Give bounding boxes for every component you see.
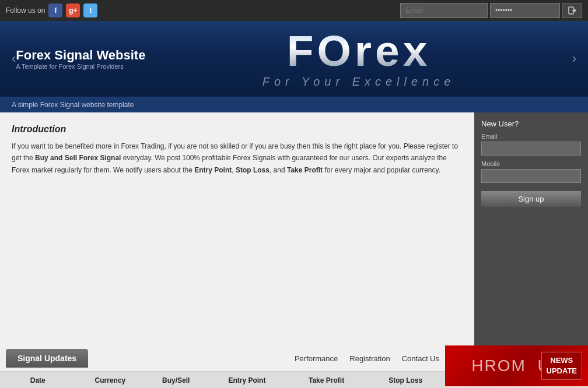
signal-header-bar: Signal Updates Performance Registration …	[0, 345, 445, 372]
follow-us-label: Follow us on	[6, 6, 45, 15]
login-button[interactable]	[562, 3, 582, 18]
table-area: Signal Updates Performance Registration …	[0, 345, 445, 388]
next-slide-button[interactable]: ›	[572, 51, 576, 66]
site-branding: Forex Signal Website A Template for Fore…	[16, 48, 145, 70]
news-banner-label: NEWSUPDATE	[541, 352, 582, 380]
nav-performance[interactable]: Performance	[295, 354, 338, 363]
intro-bold2: Entry Point	[194, 166, 232, 174]
intro-text-end: for every major and popular currency.	[323, 166, 440, 174]
sidebar-mobile-input[interactable]	[481, 169, 581, 183]
banner-subtitle-bar: A simple Forex Signal website template	[0, 97, 588, 112]
site-title: Forex Signal Website	[16, 48, 145, 63]
col-date: Date	[0, 372, 76, 388]
mobile-label: Mobile	[481, 160, 581, 167]
intro-bold3: Stop Loss	[236, 166, 270, 174]
signal-table: Date Currency Buy/Sell Entry Point Take …	[0, 372, 445, 388]
lower-area: Signal Updates Performance Registration …	[0, 345, 588, 388]
col-entry-point: Entry Point	[207, 372, 287, 388]
password-input[interactable]	[490, 3, 560, 18]
forex-logo-text: FOrex	[262, 29, 456, 73]
email-label: Email	[481, 133, 581, 140]
intro-bold4: Take Profit	[287, 166, 323, 174]
signal-updates-tab[interactable]: Signal Updates	[6, 349, 88, 368]
facebook-icon[interactable]: f	[48, 3, 62, 17]
twitter-icon[interactable]: t	[83, 3, 97, 17]
login-area	[400, 3, 582, 18]
banner-subtitle-text: A simple Forex Signal website template	[12, 101, 134, 109]
new-user-title: New User?	[481, 119, 581, 128]
intro-title: Introduction	[12, 124, 463, 135]
col-stop-loss: Stop Loss	[366, 372, 445, 388]
follow-us-section: Follow us on f g+ t	[6, 3, 97, 17]
top-bar: Follow us on f g+ t	[0, 0, 588, 21]
content-area: Introduction If you want to be benefited…	[0, 112, 474, 345]
intro-text: If you want to be benefited more in Fore…	[12, 140, 463, 176]
site-header: ‹ Forex Signal Website A Template for Fo…	[0, 21, 588, 97]
email-input[interactable]	[400, 3, 488, 18]
col-take-profit: Take Profit	[287, 372, 366, 388]
signal-nav: Performance Registration Contact Us	[295, 354, 439, 363]
nav-registration[interactable]: Registration	[349, 354, 390, 363]
sidebar-email-input[interactable]	[481, 142, 581, 156]
googleplus-icon[interactable]: g+	[66, 3, 80, 17]
signup-button[interactable]: Sign up	[481, 191, 581, 207]
nav-contact-us[interactable]: Contact Us	[402, 354, 439, 363]
main-container: Introduction If you want to be benefited…	[0, 112, 588, 345]
news-banner: HROM UT NEWSUPDATE	[445, 345, 588, 386]
news-area: HROM UT NEWSUPDATE 12th May 2014: If you…	[445, 345, 588, 388]
col-buysell: Buy/Sell	[145, 372, 207, 388]
intro-bold1: Buy and Sell Forex Signal	[35, 154, 121, 162]
intro-text-mid2: ,	[232, 166, 236, 174]
col-currency: Currency	[76, 372, 145, 388]
intro-text-mid3: , and	[270, 166, 287, 174]
sidebar: New User? Email Mobile Sign up	[474, 112, 588, 345]
site-subtitle: A Template for Forex Signal Providers	[16, 63, 145, 70]
prev-slide-button[interactable]: ‹	[12, 51, 16, 66]
logo-area: FOrex For Your Excellence	[145, 29, 572, 89]
forex-logo-subtitle: For Your Excellence	[262, 75, 456, 89]
login-icon	[568, 6, 577, 15]
table-header-row: Date Currency Buy/Sell Entry Point Take …	[0, 372, 445, 388]
